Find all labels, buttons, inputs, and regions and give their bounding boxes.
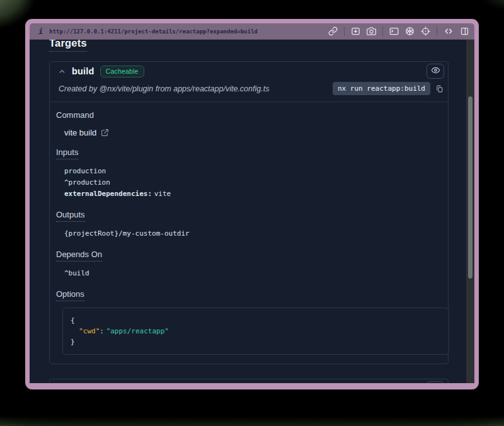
options-label[interactable]: Options <box>56 289 84 301</box>
serve-card-header: serve vite serve <box>50 379 448 383</box>
target-card-build: build Cacheable Created by @nx/vite/plug… <box>49 61 449 364</box>
json-colon: : <box>100 327 104 335</box>
chevron-up-icon[interactable] <box>58 67 66 76</box>
cacheable-badge: Cacheable <box>100 66 144 78</box>
build-card-header: build Cacheable <box>50 62 448 81</box>
view-in-graph-button[interactable] <box>427 64 444 79</box>
external-link-icon[interactable] <box>101 129 109 137</box>
output-item: {projectRoot}/my-custom-outdir <box>64 228 442 239</box>
build-card-body: Command vite build Inputs production ^pr… <box>50 110 448 364</box>
crosshair-icon[interactable] <box>421 26 430 36</box>
toolbar-divider <box>437 26 437 36</box>
input-value: vite <box>154 190 171 198</box>
inputs-list: production ^production externalDependenc… <box>56 166 442 200</box>
terminal-icon[interactable] <box>389 26 399 36</box>
scrollbar-thumb[interactable] <box>468 96 472 279</box>
browser-titlebar: i http://127.0.0.1:4211/project-details/… <box>30 23 474 40</box>
command-text: vite build <box>64 128 96 137</box>
project-details-main: Targets build Cacheable <box>30 40 466 383</box>
run-command-chip: nx run reactapp:build <box>333 82 430 95</box>
input-item: externalDependencies:vite <box>64 188 442 200</box>
json-close-brace: } <box>71 337 441 347</box>
toolbar-divider <box>344 26 345 36</box>
scrollbar[interactable] <box>466 40 474 383</box>
options-json-box: { "cwd":"apps/reactapp" } <box>62 308 449 355</box>
input-item: ^production <box>64 177 442 188</box>
download-icon[interactable] <box>351 26 360 36</box>
depends-on-item[interactable]: ^build <box>64 268 442 279</box>
link-icon[interactable] <box>328 26 338 36</box>
url-text[interactable]: http://127.0.0.1:4211/project-details/re… <box>49 28 328 35</box>
desktop-background: i http://127.0.0.1:4211/project-details/… <box>0 0 504 426</box>
network-wheel-icon[interactable] <box>405 26 415 36</box>
json-value: "apps/reactapp" <box>106 327 169 335</box>
outputs-label[interactable]: Outputs <box>56 210 85 222</box>
command-value: vite build <box>56 128 442 137</box>
code-icon[interactable] <box>444 26 454 36</box>
page-title: Targets <box>49 40 87 52</box>
json-property: "cwd":"apps/reactapp" <box>71 326 441 337</box>
eye-icon <box>431 66 440 77</box>
browser-window: i http://127.0.0.1:4211/project-details/… <box>25 19 479 389</box>
build-card-subheader: Created by @nx/vite/plugin from apps/rea… <box>50 81 448 102</box>
input-item: production <box>64 166 442 177</box>
page-content: Targets build Cacheable <box>30 40 474 383</box>
target-name-build[interactable]: build <box>72 66 94 76</box>
titlebar-toolbar <box>328 26 469 36</box>
created-by-text: Created by @nx/vite/plugin from apps/rea… <box>59 84 328 93</box>
inputs-label[interactable]: Inputs <box>56 147 78 159</box>
info-icon: i <box>38 27 43 36</box>
input-key: externalDependencies: <box>64 190 152 198</box>
depends-on-list: ^build <box>56 268 442 279</box>
depends-on-label[interactable]: Depends On <box>56 250 102 262</box>
target-card-serve: serve vite serve <box>49 379 449 383</box>
command-label: Command <box>56 110 94 120</box>
view-in-graph-button[interactable] <box>427 381 444 383</box>
toolbar-divider <box>382 26 383 36</box>
outputs-list: {projectRoot}/my-custom-outdir <box>56 228 442 239</box>
json-open-brace: { <box>71 315 441 326</box>
json-key: "cwd" <box>79 327 100 335</box>
camera-icon[interactable] <box>367 26 376 36</box>
split-panel-icon[interactable] <box>460 26 469 36</box>
copy-icon[interactable] <box>435 84 444 93</box>
